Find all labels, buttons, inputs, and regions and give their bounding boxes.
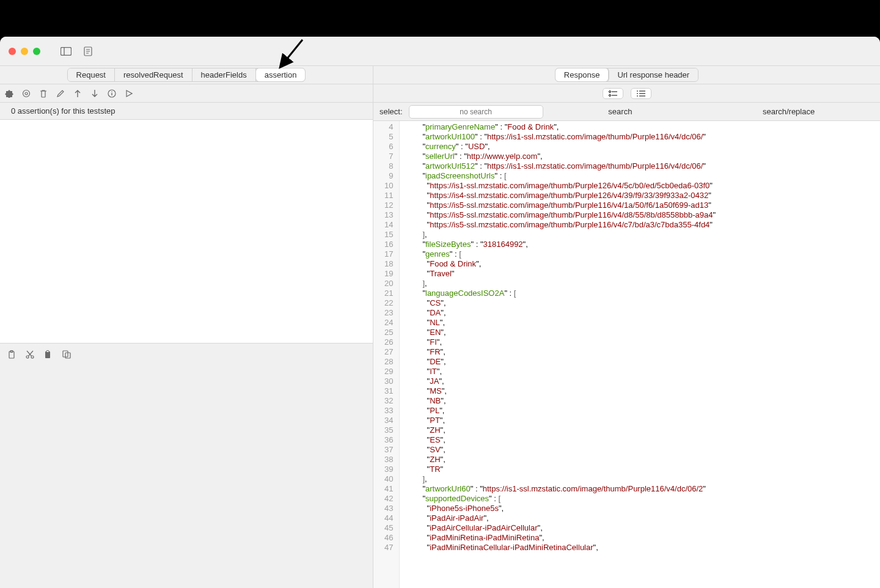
svg-point-10 [111,91,112,92]
arrow-up-icon[interactable] [72,88,83,99]
tab-request[interactable]: Request [68,68,115,81]
arrow-down-icon[interactable] [89,88,100,99]
code-body[interactable]: "primaryGenreName" : "Food & Drink", "ar… [400,121,880,588]
paste-icon[interactable] [43,349,54,360]
play-icon[interactable] [123,88,134,99]
badge-icon[interactable] [4,88,15,99]
scissors-icon[interactable] [24,349,35,360]
search-row: select: search search/replace [373,103,880,121]
left-empty-area [0,365,373,588]
svg-point-24 [31,356,34,358]
right-toolbar [373,84,880,102]
titlebar-buttons [57,45,97,58]
content-row: 0 assertion(s) for this teststep select:… [0,103,880,588]
left-toolbar [0,84,373,102]
search-action[interactable]: search [608,107,632,116]
left-bottom-toolbar [0,343,373,365]
assertion-list[interactable] [0,120,373,343]
right-pane: select: search search/replace 4567891011… [373,103,880,588]
line-gutter: 4567891011121314151617181920212223242526… [373,121,400,588]
close-button[interactable] [9,48,16,55]
tab-response[interactable]: Response [556,68,609,81]
code-editor[interactable]: 4567891011121314151617181920212223242526… [373,121,880,588]
tab-resolved-request[interactable]: resolvedRequest [115,68,193,81]
list-toggle-icon[interactable] [631,88,651,99]
minimize-button[interactable] [21,48,28,55]
app-window: Request resolvedRequest headerFields ass… [0,37,880,588]
left-tab-segment: Request resolvedRequest headerFields ass… [67,68,306,82]
left-pane: 0 assertion(s) for this teststep [0,103,373,588]
tab-assertion[interactable]: assertion [256,68,306,81]
edit-icon[interactable] [55,88,66,99]
tab-url-response-header[interactable]: Url response header [609,68,698,81]
svg-point-6 [23,90,30,97]
svg-rect-26 [46,350,49,352]
toolbar-row [0,84,880,103]
clipboard-icon[interactable] [6,349,17,360]
right-tab-segment: Response Url response header [555,68,698,82]
gear-icon[interactable] [21,88,32,99]
svg-point-23 [26,356,29,358]
traffic-lights [0,48,40,55]
select-label: select: [373,107,409,116]
search-actions: search search/replace [543,107,880,116]
sidebar-toggle-icon[interactable] [57,45,75,58]
browser-top-bar [0,0,880,37]
format-toggle-icon[interactable] [603,88,623,99]
copy-icon[interactable] [61,349,72,360]
svg-point-13 [609,94,610,96]
right-tabs: Response Url response header [373,66,880,84]
tab-row: Request resolvedRequest headerFields ass… [0,66,880,84]
svg-point-11 [609,90,610,92]
search-input[interactable] [409,105,543,119]
search-replace-action[interactable]: search/replace [763,107,815,116]
titlebar [0,37,880,66]
svg-point-7 [25,92,28,95]
maximize-button[interactable] [33,48,40,55]
left-tabs: Request resolvedRequest headerFields ass… [0,66,373,84]
svg-rect-0 [61,47,72,55]
assertion-count-label: 0 assertion(s) for this teststep [0,103,373,120]
document-icon[interactable] [79,45,97,58]
tab-header-fields[interactable]: headerFields [193,68,256,81]
info-icon[interactable] [106,88,117,99]
trash-icon[interactable] [38,88,49,99]
